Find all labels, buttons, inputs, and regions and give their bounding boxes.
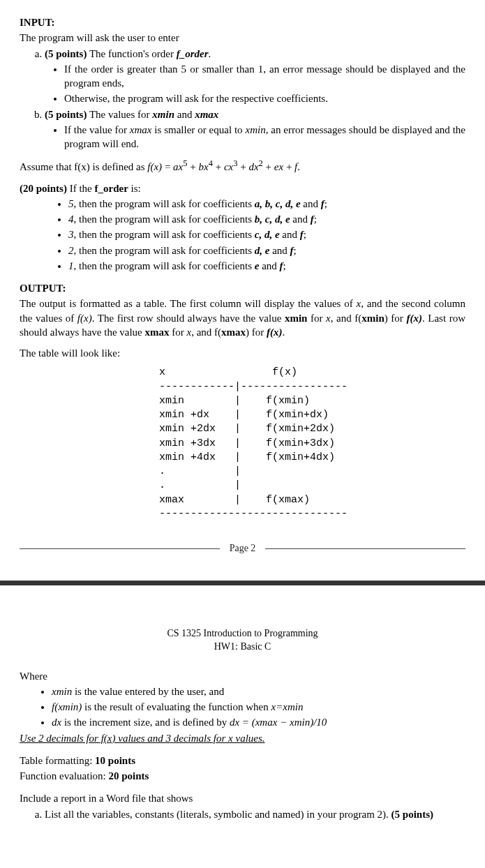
n: 4 bbox=[68, 214, 74, 225]
page-gap-bar bbox=[0, 581, 485, 585]
text: , then the program will ask for coeffici… bbox=[74, 229, 255, 240]
text: and bbox=[174, 109, 195, 120]
xmin: xmin bbox=[152, 109, 174, 120]
text: ) for bbox=[246, 327, 267, 338]
list-item: 4, then the program will ask for coeffic… bbox=[68, 212, 465, 226]
text: The output is formatted as a table. The … bbox=[20, 298, 357, 309]
text: ; bbox=[324, 198, 327, 209]
list-item: If the order is greater than 5 or smalle… bbox=[64, 62, 465, 91]
list-item: 2, then the program will ask for coeffic… bbox=[68, 244, 465, 257]
text: The values for bbox=[87, 109, 152, 120]
page-number: Page 2 bbox=[220, 542, 266, 555]
decimals-note: Use 2 decimals for f(x) values and 3 dec… bbox=[20, 731, 465, 745]
course-title: CS 1325 Introduction to Programming bbox=[20, 627, 465, 641]
text: , then the program will ask for coeffici… bbox=[74, 245, 255, 256]
text: The function's order bbox=[87, 48, 176, 59]
text: . bbox=[209, 48, 211, 59]
text: for bbox=[170, 327, 187, 338]
text: + bbox=[188, 161, 199, 172]
x: x bbox=[326, 313, 331, 324]
text: Table formatting: bbox=[20, 755, 95, 766]
points: 20 points bbox=[108, 770, 149, 781]
fx: f(x) bbox=[77, 313, 92, 324]
text: ; bbox=[314, 214, 317, 225]
page-separator: Page 2 bbox=[20, 542, 465, 555]
xmin: xmin bbox=[52, 686, 72, 697]
forder-cases: 5, then the program will ask for coeffic… bbox=[68, 197, 465, 273]
text: + bbox=[237, 161, 248, 172]
points-b: (5 points) bbox=[45, 109, 87, 120]
list-item: 5, then the program will ask for coeffic… bbox=[68, 197, 465, 211]
points-20: (20 points) bbox=[20, 183, 67, 194]
text: and bbox=[259, 260, 279, 271]
report-intro: Include a report in a Word file that sho… bbox=[20, 791, 465, 805]
coeffs: c, d, e bbox=[255, 229, 280, 240]
text: , then the program will ask for coeffici… bbox=[74, 198, 255, 209]
input-list: (5 points) The function's order f_order.… bbox=[45, 47, 465, 106]
text: If the bbox=[67, 183, 95, 194]
list-item: f(xmin) is the result of evaluating the … bbox=[52, 700, 465, 714]
list-item: 3, then the program will ask for coeffic… bbox=[68, 227, 465, 241]
output-paragraph: The output is formatted as a table. The … bbox=[20, 297, 465, 339]
text: Function evaluation: bbox=[20, 770, 108, 781]
fx: f(x) bbox=[267, 327, 283, 338]
text: is smaller or equal to bbox=[151, 124, 245, 135]
text: and bbox=[280, 229, 300, 240]
text: and bbox=[290, 214, 311, 225]
text: If the value for bbox=[64, 124, 130, 135]
table-look-like: The table will look like: bbox=[20, 346, 465, 360]
divider-line bbox=[20, 548, 220, 549]
report-list: List all the variables, constants (liter… bbox=[45, 807, 465, 821]
term: dx bbox=[248, 161, 258, 172]
text: is the result of evaluating the function… bbox=[82, 701, 271, 712]
text: is the value entered by the user, and bbox=[72, 686, 224, 697]
hw-title: HW1: Basic C bbox=[20, 641, 465, 654]
text: , then the program will ask for coeffici… bbox=[74, 214, 255, 225]
text: is: bbox=[128, 183, 141, 194]
xmax: xmax bbox=[195, 109, 218, 120]
term: cx bbox=[224, 161, 233, 172]
list-item: 1, then the program will ask for coeffic… bbox=[68, 259, 465, 273]
text: . The first row should always have the v… bbox=[92, 313, 285, 324]
grading-line-2: Function evaluation: 20 points bbox=[20, 769, 465, 783]
report-item-a: List all the variables, constants (liter… bbox=[45, 807, 465, 821]
fxmin: f(xmin) bbox=[52, 701, 82, 712]
text: + bbox=[283, 161, 294, 172]
output-heading: OUTPUT: bbox=[20, 281, 465, 295]
term-forder: f_order bbox=[177, 48, 209, 59]
text: for bbox=[307, 313, 326, 324]
coeffs: a, b, c, d, e bbox=[255, 198, 301, 209]
xmax: xmax bbox=[145, 327, 170, 338]
text: is the increment size, and is defined by bbox=[61, 717, 230, 728]
list-item: xmin is the value entered by the user, a… bbox=[52, 684, 465, 698]
xmax: xmax bbox=[130, 124, 152, 135]
text: = bbox=[162, 161, 173, 172]
input-intro: The program will ask the user to enter bbox=[20, 31, 465, 45]
eq: dx = (xmax − xmin)/10 bbox=[230, 717, 327, 728]
eq: x=xmin bbox=[271, 701, 304, 712]
text: and bbox=[269, 245, 290, 256]
fx: f(x) bbox=[147, 161, 162, 172]
ascii-table: x f(x) ------------|----------------- xm… bbox=[159, 366, 465, 521]
text: , and f( bbox=[331, 313, 362, 324]
text: Assume that f(x) is defined as bbox=[20, 161, 147, 172]
points-a: (5 points) bbox=[45, 48, 87, 59]
text: , then the program will ask for coeffici… bbox=[74, 260, 255, 271]
points: (5 points) bbox=[391, 809, 433, 820]
xmin: xmin bbox=[285, 313, 308, 324]
divider-line bbox=[265, 548, 465, 549]
assume-line: Assume that f(x) is defined as f(x) = ax… bbox=[20, 158, 465, 174]
text: ; bbox=[294, 245, 297, 256]
text: List all the variables, constants (liter… bbox=[45, 809, 391, 820]
text: and bbox=[301, 198, 321, 209]
input-heading: INPUT: bbox=[20, 15, 465, 29]
twenty-points-line: (20 points) If the f_order is: bbox=[20, 181, 465, 195]
text: + bbox=[263, 161, 274, 172]
n: 1 bbox=[68, 260, 74, 271]
term: ex bbox=[274, 161, 283, 172]
list-item: Otherwise, the program will ask for the … bbox=[64, 91, 465, 105]
xmin: xmin bbox=[246, 124, 266, 135]
list-item: dx is the increment size, and is defined… bbox=[52, 715, 465, 729]
coeffs: d, e bbox=[255, 245, 270, 256]
text: . bbox=[297, 161, 300, 172]
